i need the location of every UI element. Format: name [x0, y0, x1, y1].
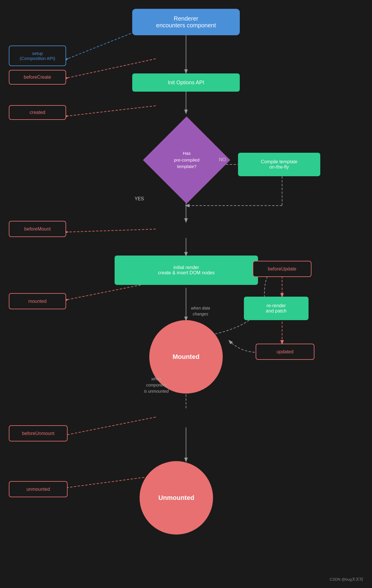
- svg-line-4: [68, 106, 156, 116]
- init-options-node: Init Options API: [132, 73, 240, 92]
- initial-render-node: initial rendercreate & insert DOM nodes: [115, 256, 258, 285]
- when-data-changes-label: when datachanges: [191, 305, 210, 317]
- when-unmounted-label: whencomponentis unmounted: [144, 376, 169, 394]
- renderer-node: Rendererencounters component: [132, 9, 240, 35]
- yes-label: YES: [135, 196, 144, 201]
- has-template-node: Haspre-compiledtemplate?: [143, 117, 230, 204]
- created-node: created: [9, 105, 66, 120]
- svg-line-18: [68, 417, 156, 435]
- diagram-container: Rendererencounters component setup(Compo…: [0, 0, 372, 588]
- before-create-node: beforeCreate: [9, 70, 66, 85]
- before-update-node: beforeUpdate: [253, 261, 311, 277]
- before-mount-node: beforeMount: [9, 221, 66, 237]
- mounted-label-node: mounted: [9, 293, 66, 309]
- updated-node: updated: [256, 344, 314, 360]
- unmounted-circle-node: Unmounted: [140, 461, 213, 535]
- compile-template-node: Compile templateon-the-fly: [238, 153, 320, 176]
- unmounted-label-node: unmounted: [9, 481, 68, 497]
- no-label: NO: [219, 157, 226, 162]
- watermark: CSDN @bug天天写: [330, 577, 363, 582]
- before-unmount-node: beforeUnmount: [9, 425, 68, 441]
- re-render-node: re-renderand patch: [244, 297, 309, 320]
- svg-line-11: [68, 229, 156, 232]
- setup-node: setup(Composition API): [9, 46, 66, 66]
